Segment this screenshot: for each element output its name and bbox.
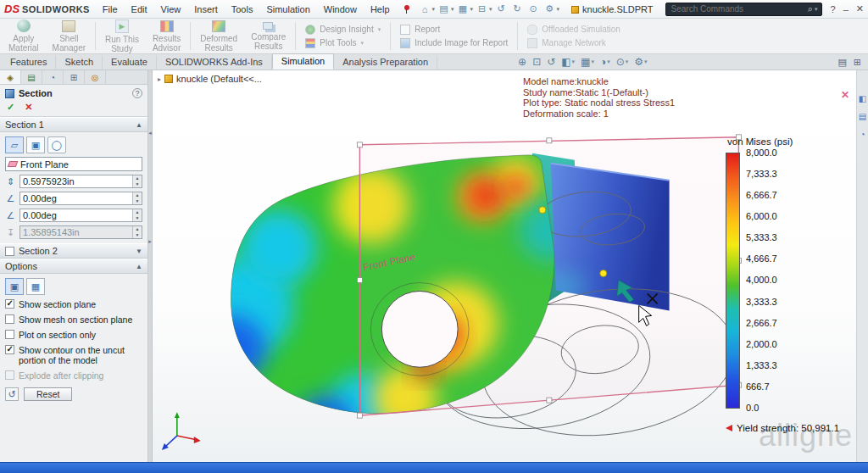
property-manager-tab[interactable]: ◈ bbox=[0, 70, 21, 84]
minimize-button[interactable]: – bbox=[843, 4, 849, 14]
include-image-for-report-button[interactable]: Include Image for Report bbox=[400, 38, 508, 48]
display-style-icon[interactable]: ◑▾ bbox=[600, 56, 610, 68]
section2-expand-icon[interactable]: ▼ bbox=[136, 248, 142, 255]
y-rotation-spinner[interactable]: ▲▼ bbox=[132, 209, 142, 221]
manage-network-button[interactable]: Manage Network bbox=[527, 38, 620, 48]
transparent-section-toggle-button[interactable]: ▦ bbox=[26, 278, 45, 295]
section1-group-header[interactable]: Section 1 ▲ bbox=[0, 117, 147, 132]
tab-simulation[interactable]: Simulation bbox=[272, 53, 334, 70]
x-rotation-input[interactable]: 0.00deg bbox=[20, 192, 132, 204]
tree-expand-icon[interactable]: ▸ bbox=[158, 75, 161, 83]
options-collapse-icon[interactable]: ▲ bbox=[136, 263, 142, 270]
offloaded-simulation-button[interactable]: Offloaded Simulation bbox=[527, 25, 620, 35]
menu-help[interactable]: Help bbox=[364, 3, 396, 16]
plot-on-section-only-checkbox[interactable]: Plot on section only bbox=[5, 329, 142, 341]
options-group-header[interactable]: Options ▲ bbox=[0, 259, 147, 274]
menu-window[interactable]: Window bbox=[318, 3, 363, 16]
reset-button[interactable]: Reset bbox=[24, 387, 72, 401]
open-caret-icon[interactable]: ▾ bbox=[451, 6, 454, 13]
menu-pin-icon[interactable] bbox=[403, 5, 411, 14]
save-icon[interactable]: ▦ bbox=[456, 3, 470, 14]
results-advisor-button[interactable]: Results Advisor bbox=[146, 19, 187, 53]
y-rotation-input[interactable]: 0.00deg bbox=[20, 209, 132, 221]
tab-sketch[interactable]: Sketch bbox=[56, 55, 103, 70]
help-icon[interactable]: ? bbox=[132, 88, 142, 98]
previous-view-icon[interactable]: ↺ bbox=[547, 56, 555, 68]
menu-view[interactable]: View bbox=[155, 3, 187, 16]
tab-solidworks-add-ins[interactable]: SOLIDWORKS Add-Ins bbox=[157, 55, 272, 70]
print-icon[interactable]: ⊟ bbox=[475, 3, 489, 14]
undo-icon[interactable]: ↺ bbox=[494, 3, 509, 14]
home-caret-icon[interactable]: ▾ bbox=[432, 6, 436, 13]
resources-tab-icon[interactable]: ◧ bbox=[859, 94, 866, 103]
rebuild-icon[interactable]: ⊙ bbox=[526, 3, 541, 14]
section-view-icon[interactable]: ◧▾ bbox=[561, 56, 575, 68]
options-caret-icon[interactable]: ▾ bbox=[557, 6, 560, 13]
x-rotation-spinner[interactable]: ▲▼ bbox=[132, 192, 142, 204]
splitter-arrow-icon[interactable]: ◂ bbox=[148, 130, 152, 136]
view-settings-gear-icon[interactable]: ⚙▾ bbox=[634, 56, 647, 68]
graphics-viewport[interactable]: ▸ knuckle (Default<<... Model name:knuck… bbox=[153, 70, 856, 462]
display-manager-tab[interactable]: ◎ bbox=[85, 70, 106, 84]
checkbox-box[interactable] bbox=[5, 330, 14, 339]
open-icon[interactable]: ▤ bbox=[437, 3, 451, 14]
splitter-arrow-icon[interactable]: ▸ bbox=[148, 238, 152, 245]
cylindrical-section-button[interactable]: ▣ bbox=[26, 136, 45, 153]
zoom-fit-icon[interactable]: ⊕ bbox=[518, 56, 526, 68]
menu-insert[interactable]: Insert bbox=[188, 3, 224, 16]
deformed-results-button[interactable]: Deformed Results bbox=[193, 19, 244, 53]
options-gear-icon[interactable]: ⚙ bbox=[542, 3, 557, 14]
configuration-manager-tab[interactable]: ◔ bbox=[42, 70, 64, 84]
show-contour-uncut-checkbox[interactable]: Show contour on the uncut portion of the… bbox=[5, 344, 142, 366]
library-tab-icon[interactable]: ▤ bbox=[859, 112, 866, 121]
tab-analysis-preparation[interactable]: Analysis Preparation bbox=[334, 55, 437, 70]
search-commands-box[interactable]: ⌕ ▾ bbox=[665, 3, 822, 16]
dimxpert-manager-tab[interactable]: ⊞ bbox=[64, 70, 85, 84]
zoom-area-icon[interactable]: ⊡ bbox=[532, 56, 541, 68]
section2-checkbox[interactable] bbox=[5, 247, 14, 256]
spherical-section-button[interactable]: ◯ bbox=[47, 136, 66, 153]
checkbox-box[interactable] bbox=[5, 299, 14, 309]
show-section-plane-checkbox[interactable]: Show section plane bbox=[5, 298, 142, 310]
tab-evaluate[interactable]: Evaluate bbox=[103, 55, 157, 70]
home-icon[interactable]: ⌂ bbox=[418, 4, 432, 14]
report-button[interactable]: Report bbox=[400, 25, 508, 35]
menu-tools[interactable]: Tools bbox=[225, 3, 259, 16]
appearances-tab-icon[interactable]: ◔ bbox=[860, 130, 865, 139]
menu-edit[interactable]: Edit bbox=[125, 3, 153, 16]
ok-button[interactable]: ✓ bbox=[7, 102, 14, 113]
print-caret-icon[interactable]: ▾ bbox=[489, 6, 492, 13]
show-mesh-on-section-plane-checkbox[interactable]: Show mesh on section plane bbox=[5, 314, 142, 326]
apply-material-button[interactable]: Apply Material bbox=[2, 19, 46, 53]
search-caret-icon[interactable]: ▾ bbox=[815, 6, 818, 13]
menu-file[interactable]: File bbox=[97, 3, 124, 16]
design-insight-button[interactable]: Design Insight ▾ bbox=[305, 25, 381, 35]
feature-manager-tab[interactable]: ▤ bbox=[21, 70, 42, 84]
planar-section-button[interactable]: ▱ bbox=[5, 136, 24, 153]
task-pane-icon[interactable]: ▤ bbox=[837, 57, 846, 68]
checkbox-box[interactable] bbox=[5, 345, 14, 354]
redo-icon[interactable]: ↻ bbox=[510, 3, 525, 14]
view-orientation-icon[interactable]: ▦▾ bbox=[581, 56, 594, 68]
section1-collapse-icon[interactable]: ▲ bbox=[136, 121, 142, 129]
search-input[interactable] bbox=[670, 3, 808, 14]
feature-tree-root[interactable]: ▸ knuckle (Default<<... bbox=[158, 74, 262, 84]
run-this-study-button[interactable]: ▶ Run This Study bbox=[98, 19, 146, 53]
help-button[interactable]: ? bbox=[831, 4, 836, 14]
tab-features[interactable]: Features bbox=[2, 55, 56, 70]
close-button[interactable]: ✕ bbox=[856, 3, 864, 14]
search-icon[interactable]: ⌕ bbox=[808, 3, 813, 14]
cancel-button[interactable]: ✕ bbox=[25, 102, 32, 113]
offset-distance-input[interactable]: 0.5975923in bbox=[20, 175, 132, 187]
shell-manager-button[interactable]: Shell Manager bbox=[46, 19, 92, 53]
checkbox-box[interactable] bbox=[5, 314, 14, 324]
section-cap-toggle-button[interactable]: ▣ bbox=[5, 278, 24, 295]
section2-group-header[interactable]: Section 2 ▼ bbox=[0, 243, 147, 259]
offset-spinner[interactable]: ▲▼ bbox=[132, 175, 142, 187]
menu-simulation[interactable]: Simulation bbox=[260, 3, 315, 16]
viewport-close-icon[interactable]: ✕ bbox=[841, 89, 849, 101]
hide-show-items-icon[interactable]: ⊙▾ bbox=[616, 56, 629, 68]
expand-viewport-icon[interactable]: ⊞ bbox=[854, 57, 861, 68]
reference-plane-field[interactable]: Front Plane bbox=[5, 157, 142, 171]
plot-tools-button[interactable]: Plot Tools ▾ bbox=[305, 38, 381, 48]
